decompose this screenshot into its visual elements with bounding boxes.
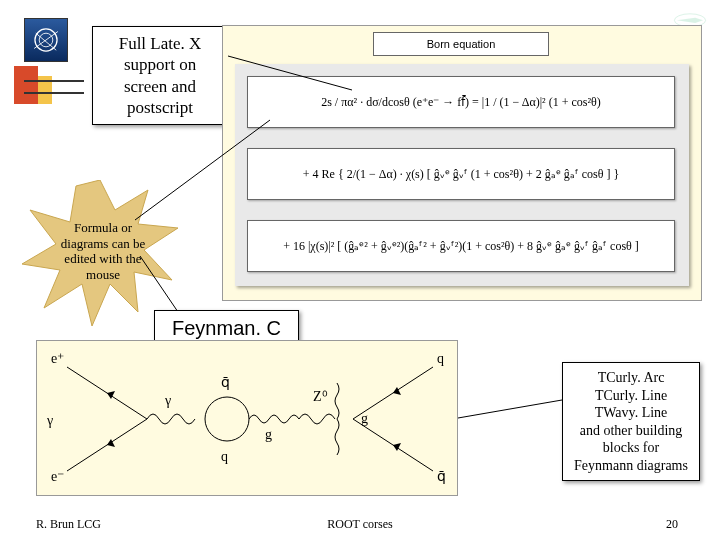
label-q-bottom: q: [221, 449, 228, 464]
tcurly-line: TCurly. Line: [595, 388, 667, 403]
label-qout-top: q: [437, 351, 444, 366]
formula-row-2[interactable]: + 4 Re { 2/(1 − Δα) · χ(s) [ ĝᵥᵉ ĝᵥᶠ (1 …: [247, 148, 675, 200]
example-title-feynman-text: Feynman. C: [172, 317, 281, 339]
svg-line-9: [458, 400, 562, 418]
formula-area: 2s / πα² · dσ/dcosθ (e⁺e⁻ → ff̄) = |1 / …: [235, 64, 689, 286]
svg-line-2: [34, 32, 58, 49]
label-gamma: γ: [164, 393, 171, 408]
starburst-callout: Formula or diagrams can be edited with t…: [20, 180, 180, 330]
tcurly-rest: and other building blocks for Feynmann d…: [574, 423, 688, 473]
starburst-text: Formula or diagrams can be edited with t…: [58, 220, 148, 282]
label-gamma-left: γ: [46, 413, 53, 428]
label-ep: e⁺: [51, 351, 64, 366]
footer-page: 20: [666, 517, 678, 532]
label-z0: Z⁰: [313, 389, 328, 404]
tcurly-box: TCurly. Arc TCurly. Line TWavy. Line and…: [562, 362, 700, 481]
label-em: e⁻: [51, 469, 64, 484]
twavy-line: TWavy. Line: [595, 405, 668, 420]
feynman-diagram[interactable]: e⁺ e⁻ γ q̄ q g Z⁰ g q q̄ γ: [37, 341, 457, 497]
formula-row-1[interactable]: 2s / πα² · dσ/dcosθ (e⁺e⁻ → ff̄) = |1 / …: [247, 76, 675, 128]
label-g1: g: [265, 427, 272, 442]
svg-point-14: [205, 397, 249, 441]
formula-row-3[interactable]: + 16 |χ(s)|² [ (ĝₐᵉ² + ĝᵥᵉ²)(ĝₐᶠ² + ĝᵥᶠ²…: [247, 220, 675, 272]
born-equation-label: Born equation: [373, 32, 549, 56]
latex-box-rest: support on screen and postscript: [124, 55, 196, 117]
latex-support-box: Full Late. X support on screen and posts…: [92, 26, 228, 125]
cern-logo: [24, 18, 68, 62]
cern-logo-svg: [29, 23, 63, 57]
feynman-canvas[interactable]: e⁺ e⁻ γ q̄ q g Z⁰ g q q̄ γ: [36, 340, 458, 496]
slide-decoration: [14, 66, 84, 104]
label-g2: g: [361, 411, 368, 426]
footer-title: ROOT corses: [0, 517, 720, 532]
latex-box-line1: Full Late. X: [119, 34, 202, 53]
label-qout-bot: q̄: [437, 469, 446, 484]
label-qbar-top: q̄: [221, 375, 230, 390]
formula-canvas[interactable]: Born equation 2s / πα² · dσ/dcosθ (e⁺e⁻ …: [222, 25, 702, 301]
tcurly-arc: TCurly. Arc: [598, 370, 665, 385]
